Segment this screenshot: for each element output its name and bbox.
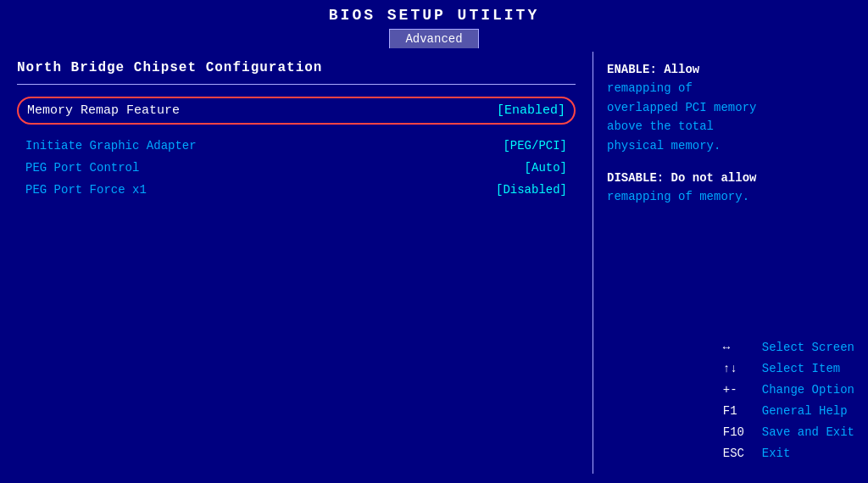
bios-screen: BIOS SETUP UTILITY Advanced North Bridge… [0,0,868,483]
enable-body: remapping ofoverlapped PCI memoryabove t… [607,81,756,152]
keybind-select-item: ↑↓ Select Item [723,360,854,378]
keybind-key-f10: F10 [723,424,754,441]
enable-help: ENABLE: Allow remapping ofoverlapped PCI… [607,60,854,155]
disable-keyword: DISABLE: Do not allow [607,171,756,185]
keybind-desc-exit: Exit [762,445,791,463]
menu-row-0-value: [PEG/PCI] [503,139,567,153]
divider [17,84,576,85]
keybind-general-help: F1 General Help [723,402,854,420]
keybind-exit: ESC Exit [723,445,854,463]
tab-advanced[interactable]: Advanced [389,29,478,48]
keybind-desc-select-screen: Select Screen [762,339,854,357]
section-title: North Bridge Chipset Configuration [17,60,576,75]
keybind-desc-general-help: General Help [762,402,848,420]
keybinds: ↔ Select Screen ↑↓ Select Item +- Change… [723,339,854,466]
menu-row-2-value: [Disabled] [496,183,567,197]
keybind-key-arrows: ↔ [723,339,754,357]
disable-help: DISABLE: Do not allow remapping of memor… [607,169,854,207]
main-content: North Bridge Chipset Configuration Memor… [0,52,868,474]
keybind-desc-change-option: Change Option [762,381,854,399]
keybind-desc-save-exit: Save and Exit [762,424,854,441]
keybind-key-updown: ↑↓ [723,360,754,378]
tab-row: Advanced [0,29,868,48]
memory-remap-label: Memory Remap Feature [27,103,180,118]
keybind-key-f1: F1 [723,402,754,420]
menu-row-2-label: PEG Port Force x1 [25,183,147,197]
keybind-change-option: +- Change Option [723,381,854,399]
keybind-key-esc: ESC [723,445,754,463]
menu-row-0[interactable]: Initiate Graphic Adapter [PEG/PCI] [17,136,576,155]
memory-remap-value: [Enabled] [497,103,565,118]
keybind-select-screen: ↔ Select Screen [723,339,854,357]
menu-row-2[interactable]: PEG Port Force x1 [Disabled] [17,180,576,199]
menu-row-0-label: Initiate Graphic Adapter [25,139,197,153]
disable-body: remapping of memory. [607,190,749,203]
left-panel: North Bridge Chipset Configuration Memor… [0,52,593,474]
keybind-save-exit: F10 Save and Exit [723,424,854,441]
keybind-desc-select-item: Select Item [762,360,840,378]
enable-keyword: ENABLE: Allow [607,63,699,76]
right-panel: ENABLE: Allow remapping ofoverlapped PCI… [593,52,868,474]
bios-title: BIOS SETUP UTILITY [0,0,868,27]
menu-row-1[interactable]: PEG Port Control [Auto] [17,158,576,177]
memory-remap-row[interactable]: Memory Remap Feature [Enabled] [17,97,576,125]
menu-row-1-label: PEG Port Control [25,161,139,175]
menu-row-1-value: [Auto] [525,161,567,175]
keybind-key-plusminus: +- [723,381,754,399]
